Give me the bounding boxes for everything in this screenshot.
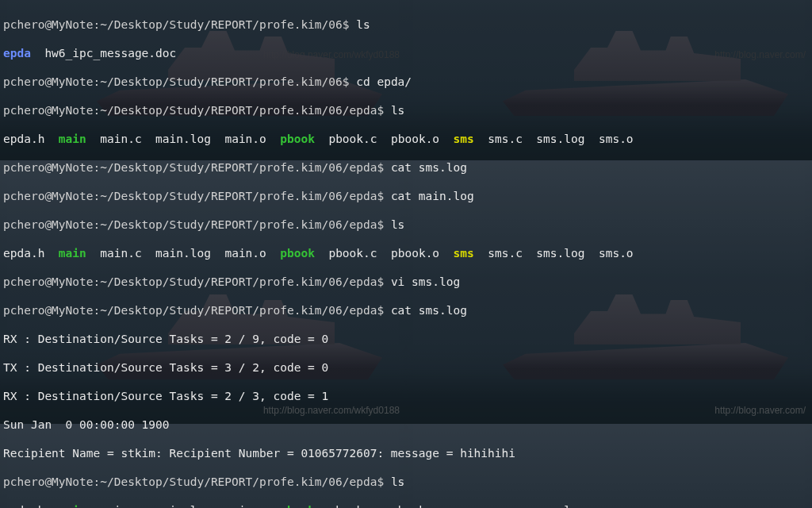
terminal-line: pchero@MyNote:~/Desktop/Study/REPORT/pro… <box>3 189 809 203</box>
ls-output: epda.h main main.c main.log main.o pbook… <box>3 503 809 508</box>
log-line: RX : Destination/Source Tasks = 2 / 3, c… <box>3 389 809 403</box>
terminal-line: pchero@MyNote:~/Desktop/Study/REPORT/pro… <box>3 17 809 32</box>
terminal[interactable]: pchero@MyNote:~/Desktop/Study/REPORT/pro… <box>0 0 812 508</box>
ls-output: epda.h main main.c main.log main.o pbook… <box>3 246 809 260</box>
terminal-line: pchero@MyNote:~/Desktop/Study/REPORT/pro… <box>3 103 809 117</box>
terminal-line: pchero@MyNote:~/Desktop/Study/REPORT/pro… <box>3 75 809 89</box>
terminal-line: pchero@MyNote:~/Desktop/Study/REPORT/pro… <box>3 217 809 232</box>
log-line: TX : Destination/Source Tasks = 3 / 2, c… <box>3 360 809 375</box>
log-line: Recipient Name = stkim: Recipient Number… <box>3 446 809 460</box>
terminal-line: pchero@MyNote:~/Desktop/Study/REPORT/pro… <box>3 475 809 489</box>
log-line: Sun Jan 0 00:00:00 1900 <box>3 418 809 432</box>
terminal-line: pchero@MyNote:~/Desktop/Study/REPORT/pro… <box>3 303 809 318</box>
terminal-line: pchero@MyNote:~/Desktop/Study/REPORT/pro… <box>3 275 809 289</box>
ls-output: epda hw6_ipc_message.doc <box>3 46 809 60</box>
log-line: RX : Destination/Source Tasks = 2 / 9, c… <box>3 332 809 346</box>
ls-output: epda.h main main.c main.log main.o pbook… <box>3 132 809 146</box>
terminal-line: pchero@MyNote:~/Desktop/Study/REPORT/pro… <box>3 160 809 175</box>
